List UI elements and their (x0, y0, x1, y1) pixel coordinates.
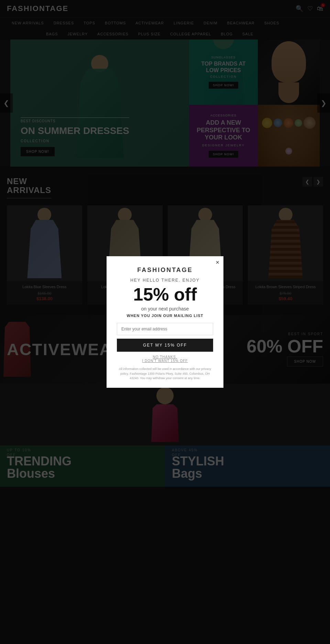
modal-privacy-text: All information collected will be used i… (117, 367, 213, 381)
modal-close-button[interactable]: × (216, 259, 219, 266)
modal-logo: FASHIONTAGE (117, 267, 213, 274)
modal-decline-link[interactable]: NO THANKS, I DON'T WANT 15% OFF (117, 355, 213, 363)
modal-mailing-text: WHEN YOU JOIN OUR MAILING LIST (117, 314, 213, 318)
email-modal: × FASHIONTAGE HEY HELLO THERE. ENJOY 15%… (107, 256, 223, 388)
modal-purchase-text: on your next purchase (117, 306, 213, 312)
modal-overlay[interactable]: × FASHIONTAGE HEY HELLO THERE. ENJOY 15%… (0, 0, 330, 487)
modal-email-input[interactable] (117, 323, 213, 335)
modal-discount: 15% off (117, 285, 213, 303)
modal-cta-button[interactable]: GET MY 15% OFF (117, 339, 213, 352)
modal-intro: HEY HELLO THERE. ENJOY (117, 278, 213, 283)
